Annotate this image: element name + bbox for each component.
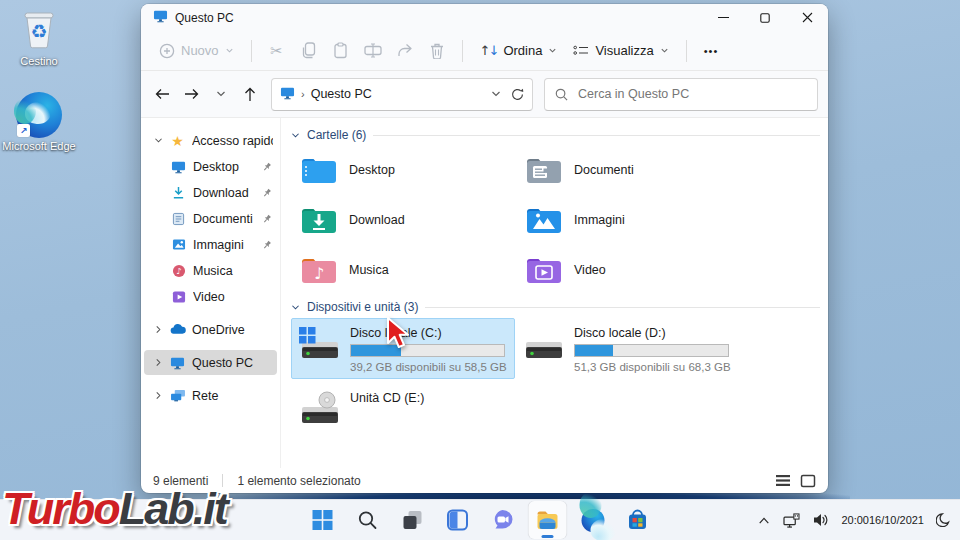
share-button[interactable] xyxy=(389,36,421,66)
breadcrumb-current[interactable]: Questo PC xyxy=(311,87,372,101)
volume-tray-icon[interactable] xyxy=(808,503,834,537)
capacity-bar xyxy=(350,344,505,357)
search-box[interactable] xyxy=(544,78,818,111)
sidebar-item-this-pc[interactable]: Questo PC xyxy=(144,350,277,375)
share-icon xyxy=(397,43,413,58)
desktop-icon xyxy=(170,159,187,175)
desktop-icon-recycle-bin[interactable]: ♻ Cestino xyxy=(0,5,78,68)
folder-video-icon xyxy=(525,254,563,285)
speaker-icon xyxy=(813,513,829,527)
pin-icon[interactable] xyxy=(262,214,273,224)
folder-item-music[interactable]: ♪ Musica xyxy=(300,249,525,290)
taskbar-clock[interactable]: 20:00 16/10/2021 xyxy=(837,503,928,537)
search-input[interactable] xyxy=(576,86,807,102)
section-header-folders[interactable]: Cartelle (6) xyxy=(291,128,820,142)
refresh-icon[interactable] xyxy=(511,88,524,101)
recycle-bin-icon: ♻ xyxy=(18,5,60,53)
folder-pictures-icon xyxy=(525,204,563,235)
network-tray-icon[interactable] xyxy=(778,503,805,537)
drive-item-d[interactable]: Disco locale (D:) 51,3 GB disponibili su… xyxy=(515,318,739,379)
pin-icon[interactable] xyxy=(262,162,273,172)
titlebar: Questo PC xyxy=(141,4,828,31)
pin-icon[interactable] xyxy=(262,188,273,198)
edge-button[interactable] xyxy=(574,501,612,539)
forward-button[interactable] xyxy=(178,80,205,108)
store-button[interactable] xyxy=(619,501,657,539)
file-explorer-button[interactable] xyxy=(529,501,567,539)
focus-assist-icon[interactable] xyxy=(931,503,955,537)
new-button[interactable]: Nuovo xyxy=(151,38,242,64)
pin-icon[interactable] xyxy=(262,240,273,250)
folder-download-icon xyxy=(300,204,338,235)
recent-locations-button[interactable] xyxy=(207,80,234,108)
clock-time: 20:00 xyxy=(841,513,869,527)
drive-d-icon xyxy=(522,325,566,365)
cut-button[interactable]: ✂ xyxy=(261,36,293,66)
sidebar-item-music[interactable]: ♪ Musica xyxy=(144,258,277,283)
plus-circle-icon xyxy=(159,43,175,59)
delete-button[interactable] xyxy=(421,36,453,66)
minimize-button[interactable] xyxy=(702,4,744,31)
task-view-button[interactable] xyxy=(394,501,432,539)
svg-text:♪: ♪ xyxy=(176,266,181,276)
details-view-icon[interactable] xyxy=(775,474,791,487)
clock-date: 16/10/2021 xyxy=(869,513,924,527)
folder-item-download[interactable]: Download xyxy=(300,199,525,240)
search-icon xyxy=(555,88,568,101)
back-button[interactable] xyxy=(149,80,176,108)
address-bar[interactable]: › Questo PC xyxy=(271,78,533,111)
rename-button[interactable] xyxy=(357,36,389,66)
view-button[interactable]: Visualizza xyxy=(565,38,676,63)
sort-button[interactable]: ↑↓ Ordina xyxy=(472,38,566,63)
paste-button[interactable] xyxy=(325,36,357,66)
chevron-down-icon xyxy=(291,304,300,311)
desktop-screen: ♻ Cestino ↗ Microsoft Edge Questo PC xyxy=(0,0,960,540)
sidebar-item-quick-access[interactable]: ★ Accesso rapido xyxy=(144,128,277,153)
sidebar-item-onedrive[interactable]: OneDrive xyxy=(144,317,277,342)
sidebar-item-desktop[interactable]: Desktop xyxy=(144,154,277,179)
folder-item-pictures[interactable]: Immagini xyxy=(525,199,750,240)
address-dropdown-icon[interactable] xyxy=(491,90,501,98)
folder-item-video[interactable]: Video xyxy=(525,249,750,290)
chevron-down-icon xyxy=(548,46,557,55)
folder-documents-icon xyxy=(525,154,563,185)
sidebar-item-video[interactable]: Video xyxy=(144,284,277,309)
close-button[interactable] xyxy=(786,4,828,31)
svg-text:♻: ♻ xyxy=(30,20,47,42)
chat-button[interactable] xyxy=(484,501,522,539)
folder-item-desktop[interactable]: Desktop xyxy=(300,149,525,190)
tray-overflow-button[interactable] xyxy=(753,503,775,537)
desktop-icon-label: Cestino xyxy=(20,55,57,68)
status-bar: 9 elementi 1 elemento selezionato xyxy=(141,468,828,493)
window-title: Questo PC xyxy=(175,11,234,25)
desktop-icon-microsoft-edge[interactable]: ↗ Microsoft Edge xyxy=(0,92,78,153)
network-icon xyxy=(169,388,186,404)
desktop-icon-label: Microsoft Edge xyxy=(2,140,75,153)
folder-item-documents[interactable]: Documenti xyxy=(525,149,750,190)
chevron-right-icon xyxy=(155,325,162,334)
sidebar-item-documents[interactable]: Documenti xyxy=(144,206,277,231)
up-button[interactable] xyxy=(236,80,263,108)
chevron-down-icon xyxy=(660,46,669,55)
sidebar-item-pictures[interactable]: Immagini xyxy=(144,232,277,257)
explorer-window: Questo PC Nuovo ✂ xyxy=(141,4,828,493)
selection-count: 1 elemento selezionato xyxy=(237,474,360,488)
pictures-icon xyxy=(170,237,187,253)
drive-item-cd[interactable]: Unità CD (E:) xyxy=(291,383,515,436)
folders-grid: Desktop Documenti xyxy=(300,149,820,290)
turbolab-watermark: TurboLab.it xyxy=(2,486,227,531)
start-button[interactable] xyxy=(304,501,342,539)
this-pc-icon xyxy=(169,355,186,371)
widgets-button[interactable] xyxy=(439,501,477,539)
large-icons-view-icon[interactable] xyxy=(800,474,816,488)
sidebar-item-network[interactable]: Rete xyxy=(144,383,277,408)
chevron-down-icon xyxy=(225,46,234,55)
download-icon xyxy=(170,185,187,201)
copy-button[interactable] xyxy=(293,36,325,66)
maximize-button[interactable] xyxy=(744,4,786,31)
star-icon: ★ xyxy=(169,133,186,149)
more-options-button[interactable]: ••• xyxy=(696,40,727,62)
search-button[interactable] xyxy=(349,501,387,539)
section-header-devices[interactable]: Dispositivi e unità (3) xyxy=(291,300,820,314)
sidebar-item-download[interactable]: Download xyxy=(144,180,277,205)
